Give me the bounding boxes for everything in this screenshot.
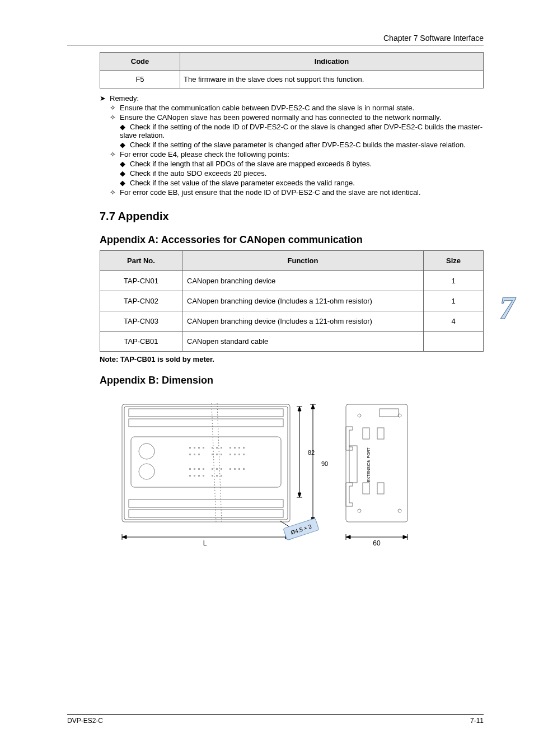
- list-item: ✧For error code EB, just ensure that the…: [100, 188, 484, 197]
- svg-rect-12: [194, 447, 195, 449]
- list-item: ◆Check if the auto SDO exceeds 20 pieces…: [100, 169, 484, 178]
- list-item: ✧Ensure that the communication cable bet…: [100, 104, 484, 112]
- svg-rect-69: [363, 483, 369, 494]
- col-size: Size: [424, 251, 484, 271]
- svg-rect-49: [221, 475, 222, 477]
- list-item: ◆Check if the length that all PDOs of th…: [100, 160, 484, 168]
- footer-left: DVP-ES2-C: [67, 717, 103, 725]
- svg-rect-18: [229, 447, 231, 449]
- svg-rect-47: [212, 475, 213, 477]
- svg-rect-8: [131, 437, 281, 487]
- svg-rect-20: [238, 447, 240, 449]
- svg-rect-21: [243, 447, 245, 449]
- svg-rect-40: [234, 468, 236, 470]
- svg-marker-82: [403, 535, 407, 539]
- svg-rect-37: [216, 468, 218, 470]
- svg-rect-23: [194, 454, 195, 455]
- svg-rect-46: [203, 475, 204, 477]
- svg-rect-77: [380, 409, 399, 417]
- list-item: ✧Ensure the CANopen slave has been power…: [100, 113, 484, 122]
- col-indication: Indication: [180, 53, 484, 71]
- svg-rect-24: [198, 454, 200, 455]
- svg-rect-26: [216, 454, 218, 455]
- svg-rect-39: [229, 468, 231, 470]
- svg-marker-59: [298, 493, 301, 497]
- svg-rect-0: [122, 404, 290, 522]
- chapter-number-decoration: 7: [499, 290, 515, 326]
- table-row: F5 The firmware in the slave does not su…: [100, 71, 484, 88]
- svg-marker-63: [311, 404, 315, 409]
- parts-table: Part No. Function Size TAP-CN01 CANopen …: [100, 250, 484, 352]
- list-item: ◆Check if the set value of the slave par…: [100, 179, 484, 187]
- svg-rect-27: [221, 454, 222, 455]
- svg-rect-6: [129, 500, 283, 507]
- appendix-a-heading: Appendix A: Accessories for CANopen comm…: [100, 234, 484, 246]
- appendix-heading: 7.7 Appendix: [100, 210, 484, 223]
- svg-marker-81: [346, 535, 350, 539]
- dim-60-label: 60: [373, 539, 381, 547]
- appendix-b-heading: Appendix B: Dimension: [100, 375, 484, 386]
- svg-rect-76: [349, 446, 357, 483]
- svg-rect-71: [377, 483, 384, 494]
- svg-rect-5: [129, 419, 283, 427]
- list-item: ✧For error code E4, please check the fol…: [100, 150, 484, 158]
- svg-rect-35: [203, 468, 204, 470]
- svg-marker-53: [122, 535, 127, 539]
- table-row: TAP-CN02 CANopen branching device (Inclu…: [100, 291, 484, 311]
- svg-rect-29: [234, 454, 236, 455]
- svg-rect-19: [234, 447, 236, 449]
- svg-rect-7: [129, 510, 283, 517]
- table-row: TAP-CN01 CANopen branching device 1: [100, 271, 484, 291]
- svg-rect-34: [198, 468, 200, 470]
- svg-rect-22: [189, 454, 191, 455]
- svg-line-2: [212, 403, 216, 523]
- svg-rect-28: [229, 454, 231, 455]
- list-item: ◆Check if the setting of the node ID of …: [100, 123, 484, 139]
- svg-rect-36: [212, 468, 213, 470]
- svg-rect-32: [189, 468, 191, 470]
- svg-rect-30: [238, 454, 240, 455]
- svg-rect-1: [124, 407, 288, 520]
- svg-rect-48: [216, 475, 218, 477]
- svg-rect-16: [216, 447, 218, 449]
- svg-point-72: [358, 414, 361, 417]
- dim-82-label: 82: [308, 449, 315, 456]
- col-code: Code: [100, 53, 180, 71]
- page-title: Chapter 7 Software Interface: [383, 34, 484, 43]
- dim-90-label: 90: [321, 460, 328, 467]
- svg-rect-38: [221, 468, 222, 470]
- svg-rect-45: [198, 475, 200, 477]
- col-partno: Part No.: [100, 251, 182, 271]
- table-row: TAP-CN03 CANopen branching device (Inclu…: [100, 311, 484, 332]
- svg-point-9: [139, 444, 154, 459]
- svg-rect-13: [198, 447, 200, 449]
- table-row: TAP-CB01 CANopen standard cable: [100, 332, 484, 352]
- svg-rect-17: [221, 447, 222, 449]
- extension-port-label: EXTENSION PORT: [367, 447, 371, 482]
- footer-right: 7-11: [470, 717, 484, 725]
- svg-rect-4: [129, 409, 283, 417]
- dimension-diagram: L 82 90: [100, 393, 484, 556]
- svg-rect-11: [189, 447, 191, 449]
- svg-rect-43: [189, 475, 191, 477]
- svg-point-75: [398, 509, 401, 512]
- svg-rect-68: [363, 428, 369, 439]
- svg-rect-67: [346, 404, 407, 522]
- error-code-table: Code Indication F5 The firmware in the s…: [100, 52, 484, 88]
- svg-rect-41: [238, 468, 240, 470]
- svg-rect-15: [212, 447, 213, 449]
- svg-marker-58: [298, 407, 301, 411]
- svg-line-3: [217, 403, 222, 523]
- svg-rect-25: [212, 454, 213, 455]
- list-item: ➤Remedy:: [100, 94, 484, 102]
- svg-rect-70: [377, 428, 384, 439]
- remedy-list: ➤Remedy: ✧Ensure that the communication …: [100, 94, 484, 197]
- dim-L-label: L: [203, 539, 207, 547]
- svg-point-74: [358, 509, 361, 512]
- svg-rect-42: [243, 468, 245, 470]
- col-function: Function: [182, 251, 424, 271]
- svg-point-10: [139, 464, 154, 479]
- footnote: Note: TAP-CB01 is sold by meter.: [100, 355, 484, 363]
- svg-rect-44: [194, 475, 195, 477]
- svg-rect-33: [194, 468, 195, 470]
